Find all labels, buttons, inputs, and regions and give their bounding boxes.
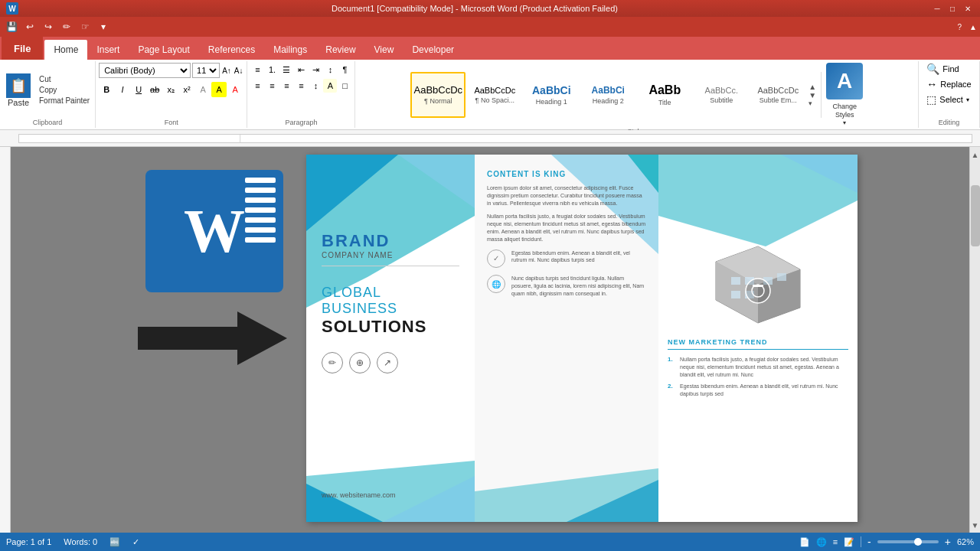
font-color-button[interactable]: A (227, 82, 243, 97)
zoom-out-button[interactable]: - (867, 536, 871, 548)
styles-up-button[interactable]: ▲ (808, 83, 816, 91)
style-subtle-preview: AaBbCcDc (757, 86, 799, 95)
align-center-button[interactable]: ≡ (265, 79, 279, 93)
multilevel-button[interactable]: ☰ (279, 63, 293, 77)
view-web-button[interactable]: 🌐 (816, 537, 827, 547)
find-button[interactable]: 🔍 Find (926, 63, 959, 75)
show-marks-button[interactable]: ¶ (338, 63, 351, 77)
shading-button[interactable]: A (323, 79, 337, 93)
view-normal-button[interactable]: 📄 (799, 537, 810, 547)
middle-icon-row-2: 🌐 Nunc dapibus turpis sed tincidunt ligu… (487, 275, 646, 303)
subscript-button[interactable]: x₂ (163, 82, 178, 97)
minimize-button[interactable]: ─ (931, 3, 943, 14)
styles-down-button[interactable]: ▼ (808, 91, 816, 99)
tab-file[interactable]: File (2, 37, 43, 60)
view-draft-button[interactable]: 📝 (844, 537, 854, 547)
underline-button[interactable]: U (131, 82, 146, 97)
vertical-ruler (0, 147, 11, 533)
bold-button[interactable]: B (99, 82, 114, 97)
style-normal[interactable]: AaBbCcDc ¶ Normal (410, 72, 466, 118)
superscript-button[interactable]: x² (179, 82, 194, 97)
vertical-scrollbar[interactable]: ▲ ▼ (969, 147, 980, 533)
paragraph-label: Paragraph (285, 119, 317, 126)
middle-icon-row-1: ✓ Egestas bibendum enim. Aenean a blandi… (487, 249, 646, 271)
ruler-track: // ruler ticks rendered inline via JS be… (18, 134, 972, 143)
cut-button[interactable]: Cut (37, 74, 92, 84)
marketing-trend-title: NEW MARKETING TREND (668, 338, 848, 350)
zoom-in-button[interactable]: + (945, 536, 951, 548)
tab-review[interactable]: Review (316, 40, 364, 60)
trend-item-2: 2. Egestas bibendum enim. Aenean a bland… (668, 383, 848, 398)
tab-references[interactable]: References (199, 40, 264, 60)
borders-button[interactable]: □ (338, 79, 351, 93)
svg-marker-2 (138, 311, 287, 365)
style-no-spacing[interactable]: AaBbCcDc ¶ No Spaci... (467, 72, 522, 118)
help-button[interactable]: ? (958, 23, 962, 31)
redo-button[interactable]: ↪ (40, 18, 57, 35)
qa-dropdown-button[interactable]: ▾ (95, 18, 112, 35)
font-size-increase-button[interactable]: A↑ (221, 66, 232, 76)
font-family-select[interactable]: Calibri (Body) (99, 63, 191, 78)
copy-button[interactable]: Copy (37, 85, 92, 95)
tab-developer[interactable]: Developer (403, 40, 463, 60)
style-title[interactable]: AaBb Title (637, 72, 692, 118)
line-spacing-button[interactable]: ↕ (309, 79, 322, 93)
style-subtitle[interactable]: AaBbCc. Subtitle (694, 72, 749, 118)
highlight-button[interactable]: A (211, 82, 227, 97)
increase-indent-button[interactable]: ⇥ (309, 63, 322, 77)
font-size-decrease-button[interactable]: A↓ (234, 66, 244, 76)
select-button[interactable]: ⬚ Select ▾ (926, 93, 969, 106)
tab-page-layout[interactable]: Page Layout (129, 40, 198, 60)
tab-mailings[interactable]: Mailings (264, 40, 316, 60)
numbering-button[interactable]: 1. (265, 63, 279, 77)
paragraph-group: ≡ 1. ☰ ⇤ ⇥ ↕ ¶ ≡ ≡ ≡ ≡ ↕ A □ Paragraph (247, 61, 355, 128)
close-button[interactable]: ✕ (962, 3, 974, 14)
styles-gallery: AaBbCcDc ¶ Normal AaBbCcDc ¶ No Spaci...… (410, 72, 816, 118)
scroll-thumb[interactable] (971, 185, 980, 246)
track-changes: ✓ (132, 537, 139, 547)
format-painter-button[interactable]: Format Painter (37, 96, 92, 106)
strikethrough-button[interactable]: ab (147, 82, 162, 97)
document-area: W (0, 147, 980, 533)
tab-home[interactable]: Home (44, 40, 87, 60)
undo-button[interactable]: ↩ (21, 18, 38, 35)
title-bar: W Document1 [Compatibility Mode] - Micro… (0, 0, 980, 17)
justify-button[interactable]: ≡ (294, 79, 308, 93)
maximize-button[interactable]: □ (946, 3, 959, 14)
zoom-level[interactable]: 62% (957, 537, 974, 546)
styles-big-a[interactable]: A (826, 63, 863, 99)
tab-view[interactable]: View (365, 40, 403, 60)
style-subtle-emphasis[interactable]: AaBbCcDc Subtle Em... (750, 72, 805, 118)
touch-button[interactable]: ☞ (77, 18, 93, 35)
draw-button[interactable]: ✏ (58, 18, 75, 35)
svg-rect-27 (753, 285, 763, 287)
decrease-indent-button[interactable]: ⇤ (294, 63, 308, 77)
align-left-button[interactable]: ≡ (250, 79, 264, 93)
zoom-slider[interactable] (877, 540, 939, 543)
scroll-up-button[interactable]: ▲ (970, 147, 980, 162)
svg-rect-0 (240, 135, 751, 142)
sort-button[interactable]: ↕ (323, 63, 337, 77)
paste-button[interactable]: 📋 Paste (3, 72, 34, 109)
italic-button[interactable]: I (115, 82, 130, 97)
clear-format-button[interactable]: A (195, 82, 211, 97)
lorem-text-3: Egestas bibendum enim. Aenean a blandit … (511, 249, 646, 265)
replace-button[interactable]: ↔ Replace (926, 78, 971, 90)
style-heading1[interactable]: AaBbCi Heading 1 (524, 72, 579, 118)
scroll-down-button[interactable]: ▼ (970, 517, 980, 533)
view-outline-button[interactable]: ≡ (833, 537, 838, 546)
styles-more-button[interactable]: ▾ (808, 99, 816, 107)
lorem-text-4: Nunc dapibus turpis sed tincidunt ligula… (511, 275, 646, 297)
align-right-button[interactable]: ≡ (279, 79, 293, 93)
bullets-button[interactable]: ≡ (250, 63, 264, 77)
paste-label: Paste (8, 98, 29, 107)
ribbon-collapse-button[interactable]: ▲ (969, 23, 977, 31)
style-heading2[interactable]: AaBbCi Heading 2 (580, 72, 635, 118)
font-size-select[interactable]: 11 (192, 63, 220, 78)
editing-label: Editing (939, 119, 960, 126)
tab-insert[interactable]: Insert (87, 40, 129, 60)
save-button[interactable]: 💾 (3, 18, 20, 35)
change-styles-button[interactable]: Change Styles ▾ (832, 103, 857, 126)
arrow-graphic (138, 308, 291, 384)
style-no-spacing-preview: AaBbCcDc (474, 86, 515, 95)
